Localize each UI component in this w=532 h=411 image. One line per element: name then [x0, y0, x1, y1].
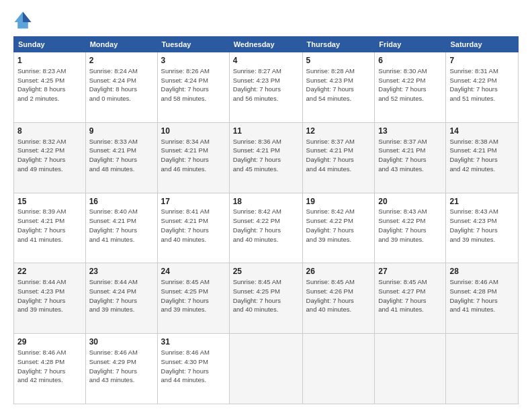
- calendar-cell: [229, 334, 302, 404]
- day-info: Sunrise: 8:39 AM Sunset: 4:21 PM Dayligh…: [17, 207, 82, 244]
- day-number: 28: [449, 266, 515, 277]
- day-info: Sunrise: 8:36 AM Sunset: 4:21 PM Dayligh…: [233, 137, 299, 174]
- calendar-cell: 17Sunrise: 8:41 AM Sunset: 4:21 PM Dayli…: [157, 193, 229, 263]
- day-info: Sunrise: 8:32 AM Sunset: 4:22 PM Dayligh…: [17, 137, 82, 174]
- day-info: Sunrise: 8:41 AM Sunset: 4:21 PM Dayligh…: [161, 207, 226, 244]
- calendar-cell: 31Sunrise: 8:46 AM Sunset: 4:30 PM Dayli…: [157, 334, 229, 404]
- day-header-friday: Friday: [375, 37, 446, 52]
- day-info: Sunrise: 8:34 AM Sunset: 4:21 PM Dayligh…: [161, 137, 226, 174]
- day-header-tuesday: Tuesday: [157, 37, 229, 52]
- day-info: Sunrise: 8:43 AM Sunset: 4:22 PM Dayligh…: [378, 207, 442, 244]
- day-info: Sunrise: 8:46 AM Sunset: 4:28 PM Dayligh…: [17, 348, 82, 385]
- day-info: Sunrise: 8:33 AM Sunset: 4:21 PM Dayligh…: [89, 137, 154, 174]
- page: SundayMondayTuesdayWednesdayThursdayFrid…: [0, 0, 532, 411]
- calendar-cell: [375, 334, 446, 404]
- day-number: 13: [378, 126, 442, 137]
- day-number: 30: [89, 336, 154, 348]
- day-header-monday: Monday: [85, 37, 157, 52]
- calendar-cell: 6Sunrise: 8:30 AM Sunset: 4:22 PM Daylig…: [375, 52, 446, 123]
- logo: [13, 11, 35, 30]
- day-info: Sunrise: 8:31 AM Sunset: 4:22 PM Dayligh…: [449, 66, 515, 103]
- day-number: 21: [449, 196, 515, 208]
- calendar-cell: 15Sunrise: 8:39 AM Sunset: 4:21 PM Dayli…: [14, 193, 86, 263]
- day-number: 1: [17, 55, 82, 66]
- day-info: Sunrise: 8:45 AM Sunset: 4:26 PM Dayligh…: [306, 277, 371, 314]
- calendar-cell: 29Sunrise: 8:46 AM Sunset: 4:28 PM Dayli…: [14, 334, 86, 404]
- calendar-cell: 13Sunrise: 8:37 AM Sunset: 4:21 PM Dayli…: [375, 122, 446, 193]
- calendar-cell: 20Sunrise: 8:43 AM Sunset: 4:22 PM Dayli…: [375, 193, 446, 263]
- calendar-cell: 1Sunrise: 8:23 AM Sunset: 4:25 PM Daylig…: [14, 52, 86, 123]
- day-info: Sunrise: 8:44 AM Sunset: 4:23 PM Dayligh…: [17, 277, 82, 314]
- day-info: Sunrise: 8:28 AM Sunset: 4:23 PM Dayligh…: [306, 66, 371, 103]
- day-number: 7: [449, 55, 515, 66]
- calendar-body: 1Sunrise: 8:23 AM Sunset: 4:25 PM Daylig…: [14, 52, 519, 404]
- week-row-4: 22Sunrise: 8:44 AM Sunset: 4:23 PM Dayli…: [14, 263, 519, 334]
- day-header-sunday: Sunday: [14, 37, 86, 52]
- svg-marker-1: [23, 12, 31, 23]
- day-number: 19: [306, 196, 371, 208]
- day-info: Sunrise: 8:44 AM Sunset: 4:24 PM Dayligh…: [89, 277, 154, 314]
- day-number: 10: [161, 126, 226, 137]
- day-info: Sunrise: 8:46 AM Sunset: 4:28 PM Dayligh…: [449, 277, 515, 314]
- day-number: 27: [378, 266, 442, 277]
- day-header-thursday: Thursday: [302, 37, 375, 52]
- day-number: 25: [233, 266, 299, 277]
- day-number: 16: [89, 196, 154, 208]
- day-info: Sunrise: 8:42 AM Sunset: 4:22 PM Dayligh…: [233, 207, 299, 244]
- calendar-table: SundayMondayTuesdayWednesdayThursdayFrid…: [13, 36, 519, 404]
- day-number: 22: [17, 266, 82, 277]
- week-row-5: 29Sunrise: 8:46 AM Sunset: 4:28 PM Dayli…: [14, 334, 519, 404]
- calendar-cell: 14Sunrise: 8:38 AM Sunset: 4:21 PM Dayli…: [446, 122, 519, 193]
- calendar-cell: 5Sunrise: 8:28 AM Sunset: 4:23 PM Daylig…: [302, 52, 375, 123]
- calendar-cell: 28Sunrise: 8:46 AM Sunset: 4:28 PM Dayli…: [446, 263, 519, 334]
- day-number: 24: [161, 266, 226, 277]
- day-number: 9: [89, 126, 154, 137]
- day-info: Sunrise: 8:37 AM Sunset: 4:21 PM Dayligh…: [306, 137, 371, 174]
- calendar-cell: 2Sunrise: 8:24 AM Sunset: 4:24 PM Daylig…: [85, 52, 157, 123]
- calendar-cell: [446, 334, 519, 404]
- day-number: 26: [306, 266, 371, 277]
- day-info: Sunrise: 8:23 AM Sunset: 4:25 PM Dayligh…: [17, 66, 82, 103]
- day-number: 14: [449, 126, 515, 137]
- calendar-cell: 10Sunrise: 8:34 AM Sunset: 4:21 PM Dayli…: [157, 122, 229, 193]
- calendar-cell: 8Sunrise: 8:32 AM Sunset: 4:22 PM Daylig…: [14, 122, 86, 193]
- day-info: Sunrise: 8:24 AM Sunset: 4:24 PM Dayligh…: [89, 66, 154, 103]
- header: [13, 11, 519, 30]
- calendar-cell: 12Sunrise: 8:37 AM Sunset: 4:21 PM Dayli…: [302, 122, 375, 193]
- day-info: Sunrise: 8:30 AM Sunset: 4:22 PM Dayligh…: [378, 66, 442, 103]
- day-number: 4: [233, 55, 299, 66]
- day-number: 31: [161, 336, 226, 348]
- calendar-cell: 30Sunrise: 8:46 AM Sunset: 4:29 PM Dayli…: [85, 334, 157, 404]
- day-info: Sunrise: 8:27 AM Sunset: 4:23 PM Dayligh…: [233, 66, 299, 103]
- day-info: Sunrise: 8:46 AM Sunset: 4:29 PM Dayligh…: [89, 348, 154, 385]
- day-info: Sunrise: 8:40 AM Sunset: 4:21 PM Dayligh…: [89, 207, 154, 244]
- logo-icon: [13, 11, 32, 30]
- calendar-cell: 3Sunrise: 8:26 AM Sunset: 4:24 PM Daylig…: [157, 52, 229, 123]
- calendar-cell: 24Sunrise: 8:45 AM Sunset: 4:25 PM Dayli…: [157, 263, 229, 334]
- calendar-cell: [302, 334, 375, 404]
- calendar-cell: 23Sunrise: 8:44 AM Sunset: 4:24 PM Dayli…: [85, 263, 157, 334]
- day-number: 17: [161, 196, 226, 208]
- day-info: Sunrise: 8:26 AM Sunset: 4:24 PM Dayligh…: [161, 66, 226, 103]
- header-row: SundayMondayTuesdayWednesdayThursdayFrid…: [14, 37, 519, 52]
- calendar-cell: 9Sunrise: 8:33 AM Sunset: 4:21 PM Daylig…: [85, 122, 157, 193]
- week-row-3: 15Sunrise: 8:39 AM Sunset: 4:21 PM Dayli…: [14, 193, 519, 263]
- day-number: 20: [378, 196, 442, 208]
- day-info: Sunrise: 8:45 AM Sunset: 4:25 PM Dayligh…: [161, 277, 226, 314]
- day-info: Sunrise: 8:45 AM Sunset: 4:25 PM Dayligh…: [233, 277, 299, 314]
- calendar-cell: 25Sunrise: 8:45 AM Sunset: 4:25 PM Dayli…: [229, 263, 302, 334]
- day-number: 8: [17, 126, 82, 137]
- calendar-cell: 26Sunrise: 8:45 AM Sunset: 4:26 PM Dayli…: [302, 263, 375, 334]
- calendar-cell: 7Sunrise: 8:31 AM Sunset: 4:22 PM Daylig…: [446, 52, 519, 123]
- week-row-1: 1Sunrise: 8:23 AM Sunset: 4:25 PM Daylig…: [14, 52, 519, 123]
- day-info: Sunrise: 8:38 AM Sunset: 4:21 PM Dayligh…: [449, 137, 515, 174]
- day-number: 12: [306, 126, 371, 137]
- day-number: 29: [17, 336, 82, 348]
- day-number: 23: [89, 266, 154, 277]
- day-number: 11: [233, 126, 299, 137]
- calendar-cell: 27Sunrise: 8:45 AM Sunset: 4:27 PM Dayli…: [375, 263, 446, 334]
- calendar-cell: 19Sunrise: 8:42 AM Sunset: 4:22 PM Dayli…: [302, 193, 375, 263]
- day-info: Sunrise: 8:37 AM Sunset: 4:21 PM Dayligh…: [378, 137, 442, 174]
- day-header-wednesday: Wednesday: [229, 37, 302, 52]
- calendar-cell: 4Sunrise: 8:27 AM Sunset: 4:23 PM Daylig…: [229, 52, 302, 123]
